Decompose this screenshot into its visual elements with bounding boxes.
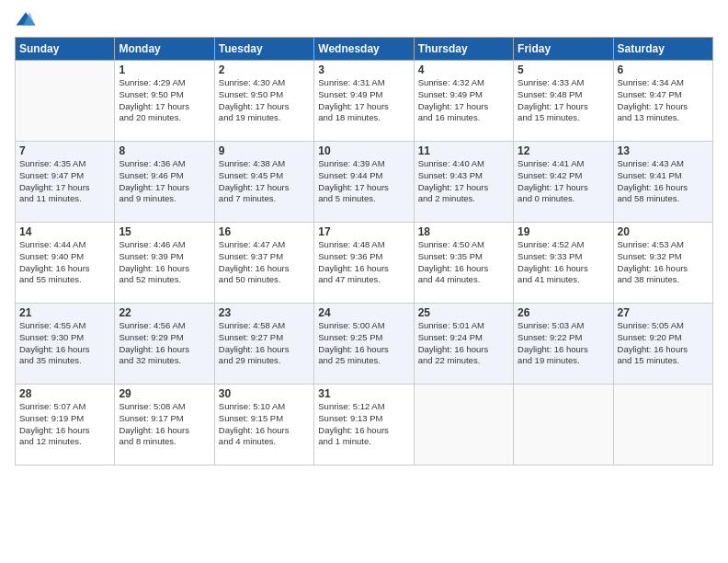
day-number: 6: [618, 63, 709, 76]
day-info: Sunrise: 4:58 AM Sunset: 9:27 PM Dayligh…: [219, 320, 310, 367]
day-info: Sunrise: 4:29 AM Sunset: 9:50 PM Dayligh…: [119, 77, 210, 124]
day-number: 26: [518, 306, 609, 319]
calendar-cell: 21Sunrise: 4:55 AM Sunset: 9:30 PM Dayli…: [16, 304, 115, 385]
calendar-cell: 8Sunrise: 4:36 AM Sunset: 9:46 PM Daylig…: [115, 142, 214, 223]
day-number: 7: [19, 144, 110, 157]
day-info: Sunrise: 4:38 AM Sunset: 9:45 PM Dayligh…: [219, 158, 310, 205]
day-info: Sunrise: 4:30 AM Sunset: 9:50 PM Dayligh…: [219, 77, 310, 124]
weekday-header-tuesday: Tuesday: [214, 38, 313, 61]
day-info: Sunrise: 4:50 AM Sunset: 9:35 PM Dayligh…: [418, 239, 509, 286]
day-info: Sunrise: 4:48 AM Sunset: 9:36 PM Dayligh…: [318, 239, 409, 286]
calendar: SundayMondayTuesdayWednesdayThursdayFrid…: [15, 37, 713, 465]
day-number: 21: [19, 306, 110, 319]
calendar-cell: 29Sunrise: 5:08 AM Sunset: 9:17 PM Dayli…: [115, 385, 214, 465]
day-number: 19: [518, 225, 609, 238]
calendar-cell: 13Sunrise: 4:43 AM Sunset: 9:41 PM Dayli…: [613, 142, 712, 223]
calendar-cell: 7Sunrise: 4:35 AM Sunset: 9:47 PM Daylig…: [16, 142, 115, 223]
calendar-cell: 30Sunrise: 5:10 AM Sunset: 9:15 PM Dayli…: [214, 385, 313, 465]
day-number: 13: [618, 144, 709, 157]
day-number: 29: [119, 387, 210, 400]
weekday-header-monday: Monday: [115, 38, 214, 61]
logo: [15, 9, 40, 31]
calendar-cell: 14Sunrise: 4:44 AM Sunset: 9:40 PM Dayli…: [16, 223, 115, 304]
calendar-cell: 4Sunrise: 4:32 AM Sunset: 9:49 PM Daylig…: [414, 61, 513, 142]
weekday-header-row: SundayMondayTuesdayWednesdayThursdayFrid…: [16, 38, 713, 61]
weekday-header-wednesday: Wednesday: [314, 38, 414, 61]
day-number: 8: [119, 144, 210, 157]
day-number: 5: [518, 63, 609, 76]
day-info: Sunrise: 4:52 AM Sunset: 9:33 PM Dayligh…: [518, 239, 609, 286]
page: SundayMondayTuesdayWednesdayThursdayFrid…: [0, 0, 728, 475]
week-row-5: 28Sunrise: 5:07 AM Sunset: 9:19 PM Dayli…: [16, 385, 713, 465]
day-info: Sunrise: 5:05 AM Sunset: 9:20 PM Dayligh…: [618, 320, 709, 367]
day-info: Sunrise: 4:46 AM Sunset: 9:39 PM Dayligh…: [119, 239, 210, 286]
day-number: 30: [219, 387, 310, 400]
logo-icon: [15, 9, 37, 31]
calendar-cell: 11Sunrise: 4:40 AM Sunset: 9:43 PM Dayli…: [414, 142, 513, 223]
day-info: Sunrise: 4:47 AM Sunset: 9:37 PM Dayligh…: [219, 239, 310, 286]
weekday-header-sunday: Sunday: [16, 38, 115, 61]
day-info: Sunrise: 5:12 AM Sunset: 9:13 PM Dayligh…: [318, 401, 409, 448]
day-number: 9: [219, 144, 310, 157]
day-info: Sunrise: 4:34 AM Sunset: 9:47 PM Dayligh…: [618, 77, 709, 124]
day-info: Sunrise: 4:31 AM Sunset: 9:49 PM Dayligh…: [318, 77, 409, 124]
day-number: 25: [418, 306, 509, 319]
day-info: Sunrise: 4:40 AM Sunset: 9:43 PM Dayligh…: [418, 158, 509, 205]
week-row-3: 14Sunrise: 4:44 AM Sunset: 9:40 PM Dayli…: [16, 223, 713, 304]
week-row-4: 21Sunrise: 4:55 AM Sunset: 9:30 PM Dayli…: [16, 304, 713, 385]
calendar-cell: 31Sunrise: 5:12 AM Sunset: 9:13 PM Dayli…: [314, 385, 414, 465]
day-info: Sunrise: 4:39 AM Sunset: 9:44 PM Dayligh…: [318, 158, 409, 205]
day-info: Sunrise: 4:32 AM Sunset: 9:49 PM Dayligh…: [418, 77, 509, 124]
calendar-cell: 22Sunrise: 4:56 AM Sunset: 9:29 PM Dayli…: [115, 304, 214, 385]
day-info: Sunrise: 4:33 AM Sunset: 9:48 PM Dayligh…: [518, 77, 609, 124]
day-info: Sunrise: 4:56 AM Sunset: 9:29 PM Dayligh…: [119, 320, 210, 367]
day-info: Sunrise: 5:01 AM Sunset: 9:24 PM Dayligh…: [418, 320, 509, 367]
day-number: 10: [318, 144, 409, 157]
day-number: 1: [119, 63, 210, 76]
weekday-header-thursday: Thursday: [414, 38, 513, 61]
calendar-cell: 3Sunrise: 4:31 AM Sunset: 9:49 PM Daylig…: [314, 61, 414, 142]
day-info: Sunrise: 4:35 AM Sunset: 9:47 PM Dayligh…: [19, 158, 110, 205]
day-info: Sunrise: 5:08 AM Sunset: 9:17 PM Dayligh…: [119, 401, 210, 448]
day-number: 12: [518, 144, 609, 157]
calendar-cell: 9Sunrise: 4:38 AM Sunset: 9:45 PM Daylig…: [214, 142, 313, 223]
day-number: 2: [219, 63, 310, 76]
day-info: Sunrise: 4:43 AM Sunset: 9:41 PM Dayligh…: [618, 158, 709, 205]
day-info: Sunrise: 5:00 AM Sunset: 9:25 PM Dayligh…: [318, 320, 409, 367]
day-number: 18: [418, 225, 509, 238]
calendar-cell: 6Sunrise: 4:34 AM Sunset: 9:47 PM Daylig…: [613, 61, 712, 142]
weekday-header-saturday: Saturday: [613, 38, 712, 61]
day-info: Sunrise: 4:36 AM Sunset: 9:46 PM Dayligh…: [119, 158, 210, 205]
calendar-cell: 27Sunrise: 5:05 AM Sunset: 9:20 PM Dayli…: [613, 304, 712, 385]
calendar-cell: 19Sunrise: 4:52 AM Sunset: 9:33 PM Dayli…: [514, 223, 613, 304]
calendar-cell: 2Sunrise: 4:30 AM Sunset: 9:50 PM Daylig…: [214, 61, 313, 142]
calendar-cell: [613, 385, 712, 465]
week-row-1: 1Sunrise: 4:29 AM Sunset: 9:50 PM Daylig…: [16, 61, 713, 142]
day-number: 20: [618, 225, 709, 238]
day-number: 11: [418, 144, 509, 157]
day-info: Sunrise: 4:53 AM Sunset: 9:32 PM Dayligh…: [618, 239, 709, 286]
day-info: Sunrise: 5:03 AM Sunset: 9:22 PM Dayligh…: [518, 320, 609, 367]
week-row-2: 7Sunrise: 4:35 AM Sunset: 9:47 PM Daylig…: [16, 142, 713, 223]
calendar-cell: 15Sunrise: 4:46 AM Sunset: 9:39 PM Dayli…: [115, 223, 214, 304]
day-info: Sunrise: 5:10 AM Sunset: 9:15 PM Dayligh…: [219, 401, 310, 448]
day-number: 22: [119, 306, 210, 319]
header: [15, 9, 713, 31]
weekday-header-friday: Friday: [514, 38, 613, 61]
day-info: Sunrise: 4:44 AM Sunset: 9:40 PM Dayligh…: [19, 239, 110, 286]
calendar-cell: 1Sunrise: 4:29 AM Sunset: 9:50 PM Daylig…: [115, 61, 214, 142]
calendar-cell: 24Sunrise: 5:00 AM Sunset: 9:25 PM Dayli…: [314, 304, 414, 385]
day-number: 16: [219, 225, 310, 238]
calendar-cell: [16, 61, 115, 142]
day-number: 24: [318, 306, 409, 319]
day-number: 23: [219, 306, 310, 319]
day-info: Sunrise: 4:41 AM Sunset: 9:42 PM Dayligh…: [518, 158, 609, 205]
day-info: Sunrise: 5:07 AM Sunset: 9:19 PM Dayligh…: [19, 401, 110, 448]
calendar-cell: 25Sunrise: 5:01 AM Sunset: 9:24 PM Dayli…: [414, 304, 513, 385]
day-number: 4: [418, 63, 509, 76]
day-number: 3: [318, 63, 409, 76]
calendar-cell: 23Sunrise: 4:58 AM Sunset: 9:27 PM Dayli…: [214, 304, 313, 385]
calendar-cell: 17Sunrise: 4:48 AM Sunset: 9:36 PM Dayli…: [314, 223, 414, 304]
day-number: 14: [19, 225, 110, 238]
day-number: 28: [19, 387, 110, 400]
